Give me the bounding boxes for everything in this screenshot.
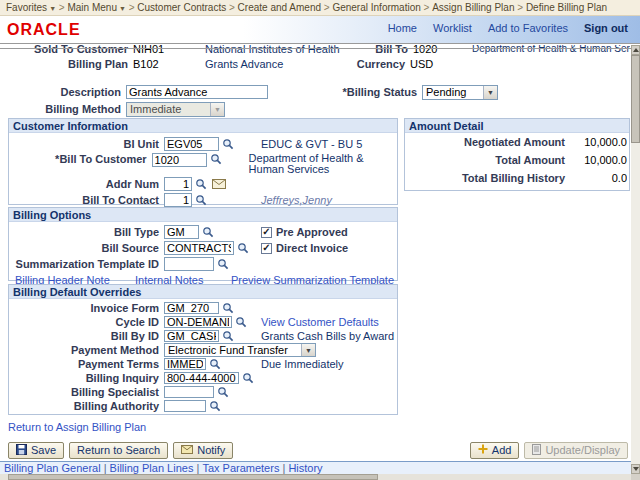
sign-out-link[interactable]: Sign out — [584, 22, 628, 34]
bill-type-row: Bill Type Pre Approved — [11, 224, 397, 240]
lookup-icon[interactable] — [242, 372, 254, 384]
description-input[interactable] — [126, 85, 268, 99]
cycle-id-input[interactable] — [164, 316, 232, 328]
bill-to-contact-input[interactable] — [164, 193, 192, 207]
dropdown-arrow-icon: ▼ — [483, 86, 497, 99]
tab-billing-plan-general[interactable]: Billing Plan General — [4, 462, 101, 474]
lookup-icon[interactable] — [209, 358, 221, 370]
bill-by-id-desc: Grants Cash Bills by Award — [261, 330, 394, 342]
lookup-icon[interactable] — [222, 302, 234, 314]
addr-num-label: Addr Num — [11, 178, 164, 190]
tab-tax-parameters[interactable]: Tax Parameters — [193, 462, 279, 474]
lookup-icon[interactable] — [209, 400, 221, 412]
lookup-icon[interactable] — [235, 316, 247, 328]
add-button[interactable]: Add — [470, 442, 520, 459]
breadcrumb-customer-contracts[interactable]: Customer Contracts — [126, 2, 226, 13]
horizontal-scrollbar[interactable] — [0, 474, 631, 480]
billing-default-overrides-section: Billing Default Overrides Invoice Form C… — [8, 284, 398, 415]
total-billing-history-label: Total Billing History — [405, 172, 575, 184]
vertical-scrollbar-thumb[interactable] — [631, 55, 640, 143]
breadcrumb-main-menu[interactable]: Main Menu▼ — [56, 2, 126, 13]
direct-invoice-checkbox[interactable] — [261, 243, 272, 254]
lookup-icon[interactable] — [237, 242, 249, 254]
summarization-template-label: Summarization Template ID — [11, 258, 164, 270]
view-customer-defaults-link[interactable]: View Customer Defaults — [261, 316, 379, 328]
billing-authority-row: Billing Authority — [11, 399, 397, 413]
lookup-icon[interactable] — [217, 258, 229, 270]
billing-method-row: Billing Method Immediate ▼ — [0, 101, 225, 117]
lookup-icon[interactable] — [222, 138, 234, 150]
scroll-up-arrow[interactable] — [631, 45, 640, 55]
return-to-search-button[interactable]: Return to Search — [69, 442, 168, 459]
breadcrumb-favorites[interactable]: Favorites▼ — [6, 2, 56, 13]
invoice-form-input[interactable] — [164, 302, 219, 314]
billing-inquiry-input[interactable] — [164, 372, 239, 384]
bill-by-id-label: Bill By ID — [11, 330, 164, 342]
cycle-id-label: Cycle ID — [11, 316, 164, 328]
pre-approved-checkbox[interactable] — [261, 227, 272, 238]
worklist-link[interactable]: Worklist — [433, 22, 472, 34]
billing-specialist-label: Billing Specialist — [11, 386, 164, 398]
notify-button[interactable]: Notify — [173, 442, 233, 459]
billing-inquiry-label: Billing Inquiry — [11, 372, 164, 384]
customer-information-title: Customer Information — [9, 119, 397, 133]
plan-summary: Sold To Customer NIH01 National Institut… — [0, 45, 630, 79]
address-envelope-icon[interactable] — [212, 179, 226, 189]
breadcrumb-create-and-amend[interactable]: Create and Amend — [226, 2, 321, 13]
bill-to-customer-input[interactable] — [152, 153, 207, 167]
vertical-scrollbar[interactable] — [631, 45, 640, 474]
bill-to-label: Bill To — [350, 45, 408, 56]
billing-method-label: Billing Method — [0, 103, 126, 115]
header-band: ORACLE Home Worklist Add to Favorites Si… — [0, 16, 640, 44]
billing-status-select[interactable]: Pending ▼ — [422, 85, 498, 100]
bill-type-input[interactable] — [164, 225, 199, 239]
lookup-icon[interactable] — [195, 178, 207, 190]
addr-num-input[interactable] — [164, 177, 192, 191]
page-tabs-bar: Billing Plan GeneralBilling Plan LinesTa… — [0, 461, 640, 474]
tab-billing-plan-lines[interactable]: Billing Plan Lines — [101, 462, 194, 474]
breadcrumb-assign-billing-plan[interactable]: Assign Billing Plan — [421, 2, 515, 13]
negotiated-amount-label: Negotiated Amount — [405, 136, 575, 148]
summary-row-1: Sold To Customer NIH01 National Institut… — [0, 45, 630, 57]
bill-source-input[interactable] — [164, 241, 234, 255]
total-amount-row: Total Amount 10,000.0 — [405, 151, 629, 169]
payment-terms-input[interactable] — [164, 358, 206, 370]
billing-options-title: Billing Options — [9, 208, 397, 222]
horizontal-scrollbar-thumb[interactable] — [8, 474, 378, 480]
lookup-icon[interactable] — [195, 194, 207, 206]
payment-method-label: Payment Method — [11, 344, 164, 356]
add-to-favorites-link[interactable]: Add to Favorites — [488, 22, 568, 34]
tab-history[interactable]: History — [279, 462, 322, 474]
lookup-icon[interactable] — [217, 386, 229, 398]
billing-plan-value: B102 — [133, 57, 159, 71]
save-button[interactable]: Save — [8, 442, 64, 459]
total-billing-history-row: Total Billing History 0.0 — [405, 169, 629, 187]
save-floppy-icon — [16, 444, 27, 457]
summary-row-2: Billing Plan B102 Grants Advance Currenc… — [0, 57, 630, 72]
billing-specialist-input[interactable] — [164, 386, 214, 398]
lookup-icon[interactable] — [202, 226, 214, 238]
breadcrumb-general-information[interactable]: General Information — [321, 2, 421, 13]
billing-authority-label: Billing Authority — [11, 400, 164, 412]
payment-method-select[interactable]: Electronic Fund Transfer ▼ — [164, 343, 316, 357]
total-billing-history-value: 0.0 — [575, 172, 627, 184]
bill-type-label: Bill Type — [11, 226, 164, 238]
return-to-assign-billing-plan-link[interactable]: Return to Assign Billing Plan — [8, 421, 146, 433]
lookup-icon[interactable] — [222, 330, 234, 342]
scroll-down-arrow[interactable] — [631, 464, 640, 474]
breadcrumb: Favorites▼ Main Menu▼ Customer Contracts… — [0, 0, 640, 16]
billing-plan-desc: Grants Advance — [205, 57, 283, 71]
bill-to-customer-row: *Bill To Customer Department of Health &… — [11, 152, 397, 176]
billing-authority-input[interactable] — [164, 400, 206, 412]
summarization-template-input[interactable] — [164, 257, 214, 271]
sold-to-customer-value: NIH01 — [133, 45, 164, 56]
home-link[interactable]: Home — [388, 22, 417, 34]
bi-unit-input[interactable] — [164, 137, 219, 151]
invoice-form-row: Invoice Form — [11, 301, 397, 315]
addr-num-row: Addr Num — [11, 176, 397, 192]
chevron-down-icon: ▼ — [119, 5, 126, 12]
bill-source-label: Bill Source — [11, 242, 164, 254]
update-display-button: Update/Display — [524, 442, 628, 459]
lookup-icon[interactable] — [210, 153, 222, 165]
bill-by-id-input[interactable] — [164, 330, 219, 342]
